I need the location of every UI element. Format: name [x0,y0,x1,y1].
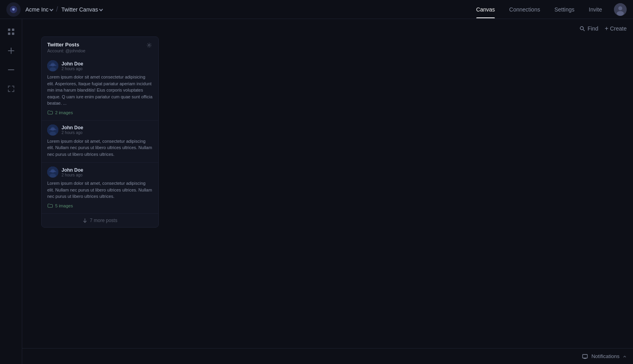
svg-point-1 [12,8,15,11]
canvas-area: Find + Create Twitter Posts Account: @jo… [22,19,633,364]
topnav-right: Canvas Connections Settings Invite [469,1,627,18]
svg-point-23 [50,174,56,178]
more-posts-label: 7 more posts [90,218,117,223]
post-item: John Doe 2 hours ago Lorem ipsum dolor s… [42,120,158,163]
minus-icon[interactable] [5,63,17,76]
widget-settings-icon[interactable] [146,42,153,49]
invite-button[interactable]: Invite [582,1,609,18]
post-text: Lorem ipsum dolor sit amet, consectetur … [47,138,153,158]
expand-icon[interactable] [5,82,17,95]
notifications-bar: Notifications [22,348,633,364]
create-plus-icon: + [605,25,608,32]
create-button[interactable]: + Create [605,25,627,32]
post-header: John Doe 2 hours ago [47,167,153,178]
brand-label: Acme Inc [25,6,48,13]
post-avatar [47,125,58,136]
post-author: John Doe [62,167,153,173]
canvas-toolbar: Find + Create [579,25,627,32]
svg-point-20 [50,132,56,136]
notifications-label: Notifications [591,353,620,359]
svg-rect-6 [12,29,14,31]
post-time: 2 hours ago [62,173,153,177]
post-meta: John Doe 2 hours ago [62,125,153,135]
create-label: Create [610,25,627,32]
user-avatar[interactable] [614,3,627,16]
folder-icon [47,203,53,209]
notification-icon [582,353,588,360]
canvas-title-label: Twitter Canvas [61,6,98,13]
post-time: 2 hours ago [62,67,153,71]
brand-chevron-icon [50,7,54,11]
notifications-chevron-icon[interactable] [623,353,627,360]
post-time: 2 hours ago [62,130,153,135]
canvas-menu[interactable]: Twitter Canvas [61,6,102,13]
post-text: Lorem ipsum dolor sit amet, consectetur … [47,180,153,200]
find-label: Find [587,25,598,32]
post-avatar [47,167,58,178]
left-sidebar [0,19,22,364]
post-item: John Doe 2 hours ago Lorem ipsum dolor s… [42,56,158,120]
svg-line-13 [583,30,585,31]
svg-point-3 [618,6,622,10]
post-text: Lorem ipsum dolor sit amet consectetur a… [47,74,153,107]
svg-rect-8 [12,33,14,35]
post-author: John Doe [62,125,153,130]
widget-account: Account: @johndoe [47,48,85,53]
folder-icon [47,110,53,115]
svg-rect-7 [8,33,10,35]
add-icon[interactable] [5,44,17,57]
widget-title: Twitter Posts [47,42,85,48]
post-header: John Doe 2 hours ago [47,60,153,71]
svg-rect-5 [8,29,10,31]
nav-separator: / [56,5,58,13]
svg-rect-25 [583,354,587,358]
post-header: John Doe 2 hours ago [47,125,153,136]
svg-point-12 [580,27,583,30]
svg-point-17 [50,67,56,71]
post-meta: John Doe 2 hours ago [62,167,153,177]
nav-connections[interactable]: Connections [502,1,547,18]
more-posts-button[interactable]: 7 more posts [42,213,158,227]
post-images-count: 2 images [47,110,153,115]
canvas-chevron-icon [99,7,103,11]
svg-point-4 [617,11,624,16]
app-logo[interactable] [6,2,21,17]
post-meta: John Doe 2 hours ago [62,61,153,71]
post-item: John Doe 2 hours ago Lorem ipsum dolor s… [42,162,158,213]
notifications-content: Notifications [582,353,627,360]
grid-icon[interactable] [5,25,17,38]
find-button[interactable]: Find [579,25,598,32]
svg-point-14 [148,44,150,46]
post-avatar [47,60,58,71]
widget-title-section: Twitter Posts Account: @johndoe [47,42,85,53]
widget-header: Twitter Posts Account: @johndoe [42,37,158,56]
topnav: Acme Inc / Twitter Canvas Canvas Connect… [0,0,633,19]
post-images-count: 5 images [47,203,153,209]
post-author: John Doe [62,61,153,67]
brand-menu[interactable]: Acme Inc [25,6,53,13]
nav-settings[interactable]: Settings [547,1,582,18]
arrow-down-icon [83,218,87,223]
nav-canvas[interactable]: Canvas [469,1,502,18]
twitter-posts-widget: Twitter Posts Account: @johndoe [41,36,159,228]
widget-scroll-container[interactable]: John Doe 2 hours ago Lorem ipsum dolor s… [42,56,158,213]
